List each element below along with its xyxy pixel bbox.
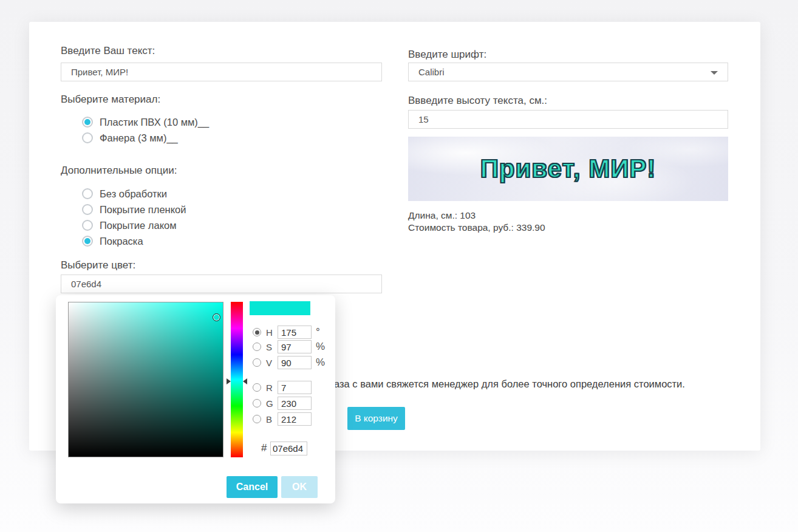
saturation-value-gradient[interactable]: [68, 302, 223, 457]
radio-channel-s[interactable]: [253, 343, 261, 351]
hue-handle-left-icon[interactable]: [227, 378, 231, 384]
hex-prefix: #: [261, 442, 267, 454]
radio-channel-h[interactable]: [253, 328, 261, 336]
channel-s-key: S: [266, 342, 278, 352]
ok-button[interactable]: OK: [281, 476, 318, 498]
font-select-value: Calibri: [418, 67, 445, 77]
radio-channel-v[interactable]: [253, 358, 261, 367]
cancel-button[interactable]: Cancel: [227, 476, 278, 498]
radio-material-plywood[interactable]: Фанера (3 мм)__: [82, 131, 178, 145]
hex-value-input[interactable]: [270, 442, 307, 455]
preview-rendered-text: Привет, МИР!: [480, 154, 656, 183]
channel-s-unit: %: [316, 341, 325, 353]
color-hex-input[interactable]: [61, 275, 382, 293]
channel-r-input[interactable]: [278, 381, 312, 394]
channel-v-unit: %: [316, 356, 325, 369]
channel-h-key: H: [266, 327, 278, 338]
channel-b-key: B: [266, 414, 278, 425]
radio-option-film[interactable]: Покрытие пленкой: [82, 203, 186, 216]
channel-g-input[interactable]: [278, 397, 312, 410]
options-label: Дополнительные опции:: [61, 165, 177, 177]
channel-b-input[interactable]: [278, 412, 312, 426]
radio-material-pvc-label: Пластик ПВХ (10 мм)__: [100, 117, 209, 128]
channel-h-unit: °: [316, 326, 320, 338]
radio-option-paint[interactable]: Покраска: [82, 234, 143, 248]
radio-material-plywood-label: Фанера (3 мм)__: [100, 132, 178, 144]
material-label: Выберите материал:: [61, 94, 160, 106]
channel-row-r: R: [253, 381, 312, 394]
channel-r-key: R: [266, 383, 278, 393]
radio-option-lacquer[interactable]: Покрытие лаком: [82, 219, 177, 232]
radio-option-lacquer-label: Покрытие лаком: [100, 220, 177, 231]
text-input-label: Введите Ваш текст:: [61, 45, 155, 57]
radio-option-paint-label: Покраска: [100, 236, 143, 247]
channel-row-b: B: [253, 412, 312, 426]
font-select[interactable]: Calibri: [408, 63, 728, 81]
add-to-cart-button[interactable]: В корзину: [347, 407, 405, 430]
custom-text-input[interactable]: [61, 63, 382, 81]
radio-unselected-icon: [82, 132, 93, 143]
radio-option-none-label: Без обработки: [100, 188, 167, 200]
channel-g-key: G: [266, 398, 278, 409]
preview-image: Привет, МИР!: [408, 137, 728, 201]
radio-unselected-icon: [82, 188, 93, 199]
font-label: Введите шрифт:: [408, 49, 486, 61]
hue-slider[interactable]: [231, 302, 243, 457]
radio-unselected-icon: [82, 204, 93, 215]
channel-h-input[interactable]: [278, 326, 312, 339]
radio-channel-g[interactable]: [253, 399, 261, 408]
channel-v-key: V: [266, 358, 278, 368]
channel-row-g: G: [253, 397, 312, 410]
text-height-input[interactable]: [408, 110, 728, 129]
color-label: Выберите цвет:: [61, 259, 135, 271]
channel-row-h: H °: [253, 326, 320, 339]
channel-row-s: S %: [253, 340, 325, 353]
channel-s-input[interactable]: [278, 340, 312, 353]
length-text: Длина, см.: 103: [408, 210, 476, 221]
radio-option-film-label: Покрытие пленкой: [100, 204, 186, 216]
radio-selected-icon: [82, 236, 93, 247]
radio-material-pvc[interactable]: Пластик ПВХ (10 мм)__: [82, 115, 209, 129]
manager-note-text: аза с вами свяжется менеджер для более т…: [334, 378, 685, 390]
height-label: Ввведите высоту текста, см.:: [408, 95, 547, 107]
chevron-down-icon: [711, 71, 718, 75]
color-picker-popup: H ° S % V % R G B # Cancel OK: [56, 295, 335, 503]
current-color-swatch: [250, 301, 310, 315]
channel-row-v: V %: [253, 356, 325, 369]
radio-selected-icon: [82, 117, 93, 128]
hue-handle-right-icon[interactable]: [243, 378, 247, 384]
channel-v-input[interactable]: [278, 356, 312, 369]
radio-channel-r[interactable]: [253, 383, 261, 392]
price-text: Стоимость товара, руб.: 339.90: [408, 222, 545, 233]
radio-unselected-icon: [82, 220, 93, 231]
sv-cursor-circle-icon[interactable]: [213, 313, 220, 321]
radio-option-none[interactable]: Без обработки: [82, 187, 167, 200]
radio-channel-b[interactable]: [253, 415, 261, 423]
